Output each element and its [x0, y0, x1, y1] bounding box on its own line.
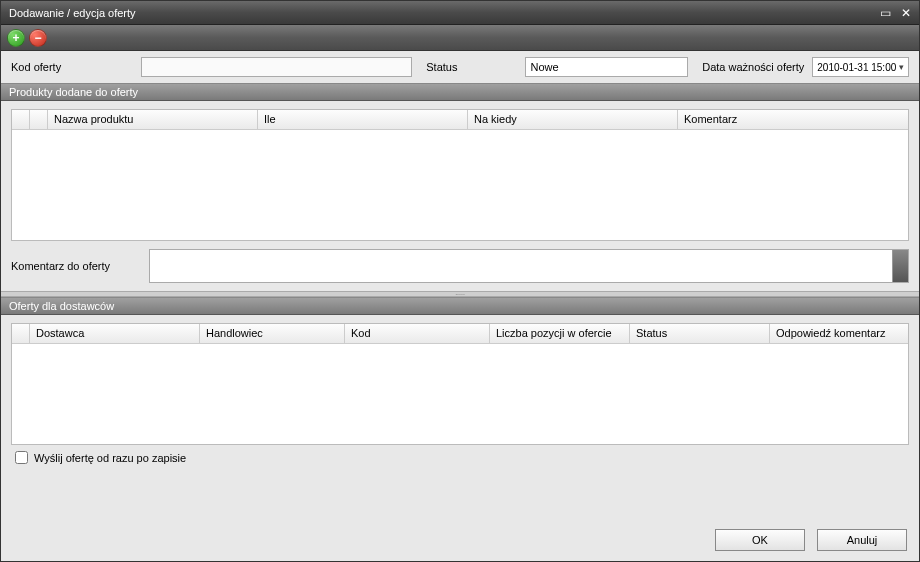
status-select[interactable]: Nowe: [525, 57, 688, 77]
offer-dialog: Dodawanie / edycja oferty ▭ ✕ + − Kod of…: [0, 0, 920, 562]
add-button[interactable]: +: [7, 29, 25, 47]
products-grid-header: Nazwa produktu Ile Na kiedy Komentarz: [12, 110, 908, 130]
col-supplier[interactable]: Dostawca: [30, 324, 200, 343]
products-section-header: Produkty dodane do oferty: [1, 83, 919, 101]
send-after-save-checkbox[interactable]: [15, 451, 28, 464]
row-selector-col: [12, 324, 30, 343]
validity-value: 2010-01-31 15:00: [817, 62, 896, 73]
suppliers-grid-header: Dostawca Handlowiec Kod Liczba pozycji w…: [12, 324, 908, 344]
send-after-save-label: Wyślij ofertę od razu po zapisie: [34, 452, 186, 464]
offer-comment-label: Komentarz do oferty: [11, 260, 141, 272]
validity-select[interactable]: 2010-01-31 15:00 ▾: [812, 57, 909, 77]
col-qty[interactable]: Ile: [258, 110, 468, 129]
row-selector-col2: [30, 110, 48, 129]
plus-icon: +: [12, 31, 19, 45]
products-section-body: Nazwa produktu Ile Na kiedy Komentarz Ko…: [1, 101, 919, 291]
status-value: Nowe: [530, 61, 558, 73]
window-controls: ▭ ✕: [880, 6, 911, 20]
validity-label: Data ważności oferty: [702, 61, 804, 73]
col-product-name[interactable]: Nazwa produktu: [48, 110, 258, 129]
offer-comment-box: [149, 249, 909, 283]
suppliers-grid[interactable]: Dostawca Handlowiec Kod Liczba pozycji w…: [11, 323, 909, 445]
suppliers-section-title: Oferty dla dostawców: [9, 300, 114, 312]
chevron-down-icon: ▾: [899, 62, 904, 72]
close-icon[interactable]: ✕: [901, 6, 911, 20]
window-title: Dodawanie / edycja oferty: [9, 7, 880, 19]
titlebar: Dodawanie / edycja oferty ▭ ✕: [1, 1, 919, 25]
col-positions[interactable]: Liczba pozycji w ofercie: [490, 324, 630, 343]
minus-icon: −: [34, 31, 41, 45]
scrollbar[interactable]: [892, 250, 908, 282]
col-code[interactable]: Kod: [345, 324, 490, 343]
offer-comment-row: Komentarz do oferty: [11, 249, 909, 283]
cancel-button[interactable]: Anuluj: [817, 529, 907, 551]
kod-input[interactable]: [141, 57, 412, 77]
suppliers-grid-body[interactable]: [12, 344, 908, 444]
dialog-footer: OK Anuluj: [1, 519, 919, 561]
row-selector-col: [12, 110, 30, 129]
ok-button[interactable]: OK: [715, 529, 805, 551]
col-comment[interactable]: Komentarz: [678, 110, 908, 129]
form-row: Kod oferty Status Nowe Data ważności ofe…: [1, 51, 919, 83]
status-label: Status: [426, 61, 457, 73]
products-section-title: Produkty dodane do oferty: [9, 86, 138, 98]
col-when[interactable]: Na kiedy: [468, 110, 678, 129]
col-salesman[interactable]: Handlowiec: [200, 324, 345, 343]
products-grid-body[interactable]: [12, 130, 908, 240]
col-status[interactable]: Status: [630, 324, 770, 343]
send-after-save-row: Wyślij ofertę od razu po zapisie: [11, 445, 909, 466]
suppliers-section-header: Oferty dla dostawców: [1, 297, 919, 315]
minimize-icon[interactable]: ▭: [880, 6, 891, 20]
toolbar: + −: [1, 25, 919, 51]
col-reply[interactable]: Odpowiedź komentarz: [770, 324, 908, 343]
suppliers-section-body: Dostawca Handlowiec Kod Liczba pozycji w…: [1, 315, 919, 474]
kod-label: Kod oferty: [11, 61, 61, 73]
offer-comment-input[interactable]: [150, 250, 892, 282]
products-grid[interactable]: Nazwa produktu Ile Na kiedy Komentarz: [11, 109, 909, 241]
remove-button[interactable]: −: [29, 29, 47, 47]
